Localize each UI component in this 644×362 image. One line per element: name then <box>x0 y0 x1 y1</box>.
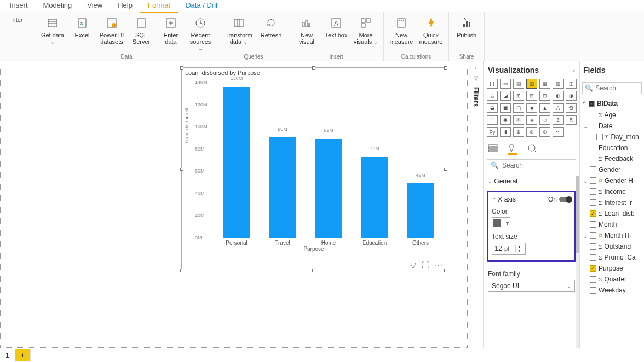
viz-type-icon[interactable]: ▥ <box>526 79 537 89</box>
viz-type-icon[interactable]: Py <box>487 127 498 137</box>
field-checkbox[interactable] <box>590 145 596 151</box>
viz-type-icon[interactable]: ■ <box>526 103 537 113</box>
field-row[interactable]: ✓ΣLoan_disb <box>582 208 642 219</box>
scrollbar-thumb[interactable] <box>576 176 579 253</box>
page-tab-1[interactable]: 1 <box>0 349 15 361</box>
filters-panel-collapsed[interactable]: ‹ ☟ Filters <box>468 61 483 348</box>
viz-type-icon[interactable]: ⊘ <box>526 127 537 137</box>
tab-format[interactable]: Format <box>140 0 178 13</box>
excel-button[interactable]: X Excel <box>69 14 95 52</box>
bar[interactable] <box>223 87 250 238</box>
viz-type-icon[interactable]: ⋯ <box>553 127 564 137</box>
resize-handle[interactable] <box>180 168 183 171</box>
chart-visual[interactable]: Loan_disbursed by Purpose Loan_disbursed… <box>181 67 446 271</box>
tab-help[interactable]: Help <box>110 0 140 12</box>
viz-type-icon[interactable]: ⊟ <box>526 91 537 101</box>
field-checkbox[interactable] <box>590 221 596 228</box>
field-row[interactable]: Weekday <box>582 285 642 296</box>
field-row[interactable]: ΣAge <box>582 110 642 120</box>
scrollbar[interactable] <box>576 176 579 348</box>
field-row[interactable]: ΣFeedback <box>582 153 642 164</box>
field-row[interactable]: ΣPromo_Ca <box>582 252 642 263</box>
focus-mode-icon[interactable]: ⛶ <box>422 261 429 269</box>
expand-icon[interactable]: ⌄ <box>583 178 588 184</box>
viz-type-icon[interactable]: ◈ <box>526 115 537 125</box>
field-row[interactable]: ΣDay_mon <box>582 131 642 142</box>
more-options-icon[interactable]: ⋯ <box>435 261 442 269</box>
viz-type-icon[interactable]: ▮ <box>500 127 511 137</box>
chevron-right-icon[interactable]: › <box>573 67 575 73</box>
viz-type-icon[interactable]: ⯐ <box>566 103 577 113</box>
field-row[interactable]: ΣOutstand <box>582 241 642 252</box>
publish-button[interactable]: Publish <box>453 14 480 38</box>
field-checkbox[interactable] <box>590 287 596 294</box>
text-size-spinner[interactable]: 12 pt ▲▼ <box>492 243 526 255</box>
resize-handle[interactable] <box>180 66 183 70</box>
tab-data-drill[interactable]: Data / Drill <box>178 0 227 12</box>
color-picker[interactable]: ▾ <box>492 217 510 228</box>
fields-tab[interactable] <box>488 143 498 155</box>
sql-server-button[interactable]: SQL Server <box>128 14 154 52</box>
xaxis-section-header[interactable]: ⌃ X axis On <box>492 196 571 203</box>
tab-modeling[interactable]: Modeling <box>36 0 80 12</box>
format-search-input[interactable] <box>502 162 572 169</box>
expand-icon[interactable]: ⌄ <box>583 233 588 239</box>
viz-type-icon[interactable]: ▲ <box>539 103 550 113</box>
field-checkbox[interactable]: ✓ <box>590 210 596 217</box>
field-row[interactable]: ΣQuarter <box>582 274 642 285</box>
viz-type-icon[interactable]: ⊞ <box>513 91 524 101</box>
pbi-datasets-button[interactable]: Power BI datasets <box>99 14 125 52</box>
fields-search-input[interactable] <box>595 84 639 92</box>
text-box-button[interactable]: A Text box <box>323 14 349 45</box>
viz-type-icon[interactable]: ⊙ <box>539 127 550 137</box>
get-data-button[interactable]: Get data ⌄ <box>39 14 66 52</box>
field-row[interactable]: ⌄⧉Gender H <box>582 175 642 186</box>
field-row[interactable]: ✓Purpose <box>582 263 642 274</box>
field-checkbox[interactable] <box>590 254 596 261</box>
viz-type-icon[interactable]: ⊕ <box>513 127 524 137</box>
field-row[interactable]: ⌄Date <box>582 120 642 131</box>
resize-handle[interactable] <box>312 269 315 272</box>
refresh-button[interactable]: Refresh <box>258 14 284 45</box>
resize-handle[interactable] <box>444 269 447 272</box>
field-checkbox[interactable] <box>590 199 596 206</box>
viz-type-icon[interactable]: ◑ <box>566 91 577 101</box>
bar[interactable] <box>269 137 296 238</box>
viz-type-icon[interactable]: ▧ <box>553 79 564 89</box>
enter-data-button[interactable]: Enter data <box>158 14 184 52</box>
field-checkbox[interactable] <box>590 177 596 184</box>
format-tab[interactable] <box>508 143 518 155</box>
viz-type-icon[interactable]: ◇ <box>539 115 550 125</box>
field-row[interactable]: Gender <box>582 164 642 175</box>
viz-type-icon[interactable]: ▤ <box>513 79 524 89</box>
field-checkbox[interactable] <box>590 243 596 250</box>
more-visuals-button[interactable]: More visuals ⌄ <box>353 14 379 45</box>
viz-type-icon[interactable]: ▣ <box>500 103 511 113</box>
viz-type-icon[interactable]: A <box>553 103 564 113</box>
table-header[interactable]: ⌃ ▦ BIData <box>582 97 642 110</box>
viz-type-icon[interactable]: ◒ <box>487 103 498 113</box>
viz-type-icon[interactable]: ◫ <box>566 79 577 89</box>
viz-type-icon[interactable]: R <box>566 115 577 125</box>
viz-type-icon[interactable]: △ <box>487 91 498 101</box>
bar[interactable] <box>315 139 342 238</box>
bar[interactable] <box>407 183 434 238</box>
bar[interactable] <box>361 157 388 238</box>
chevron-left-icon[interactable]: ‹ <box>475 65 476 71</box>
viz-type-icon[interactable]: ▢ <box>513 103 524 113</box>
expand-icon[interactable]: ⌄ <box>583 123 588 129</box>
viz-type-icon[interactable]: ▭ <box>500 79 511 89</box>
spinner-down-icon[interactable]: ▼ <box>518 249 521 252</box>
viz-type-icon[interactable]: ◐ <box>553 91 564 101</box>
filter-icon[interactable]: ▽ <box>410 261 416 269</box>
new-measure-button[interactable]: New measure <box>388 14 415 45</box>
recent-sources-button[interactable]: Recent sources ⌄ <box>187 14 214 52</box>
field-row[interactable]: Education <box>582 142 642 153</box>
resize-handle[interactable] <box>444 168 447 171</box>
quick-measure-button[interactable]: Quick measure <box>418 14 444 45</box>
field-checkbox[interactable] <box>590 112 596 118</box>
add-page-button[interactable]: + <box>15 349 31 361</box>
new-visual-button[interactable]: New visual <box>294 14 320 45</box>
field-checkbox[interactable] <box>590 123 596 129</box>
tab-view[interactable]: View <box>79 0 110 12</box>
